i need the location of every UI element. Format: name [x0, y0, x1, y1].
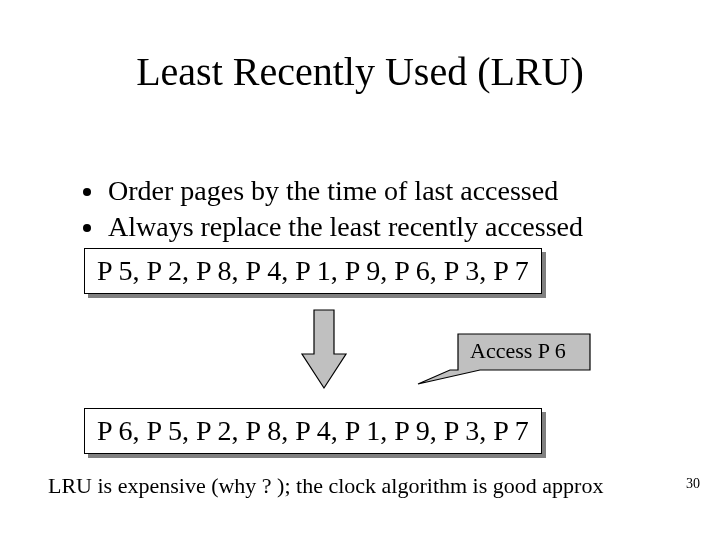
page-sequence-after: P 6, P 5, P 2, P 8, P 4, P 1, P 9, P 3, … [84, 408, 542, 454]
svg-marker-0 [302, 310, 346, 388]
footnote: LRU is expensive (why ? ); the clock alg… [48, 473, 688, 499]
down-arrow-icon [300, 304, 348, 394]
bullet-list: Order pages by the time of last accessed… [48, 173, 583, 246]
box-content: P 5, P 2, P 8, P 4, P 1, P 9, P 6, P 3, … [84, 248, 542, 294]
callout-label: Access P 6 [470, 338, 566, 364]
bullet-item: Always replace the least recently access… [106, 209, 583, 245]
page-number: 30 [686, 476, 700, 492]
slide: Least Recently Used (LRU) Order pages by… [0, 0, 720, 540]
bullet-item: Order pages by the time of last accessed [106, 173, 583, 209]
box-content: P 6, P 5, P 2, P 8, P 4, P 1, P 9, P 3, … [84, 408, 542, 454]
access-callout: Access P 6 [410, 326, 600, 386]
page-sequence-before: P 5, P 2, P 8, P 4, P 1, P 9, P 6, P 3, … [84, 248, 542, 294]
slide-title: Least Recently Used (LRU) [0, 48, 720, 95]
